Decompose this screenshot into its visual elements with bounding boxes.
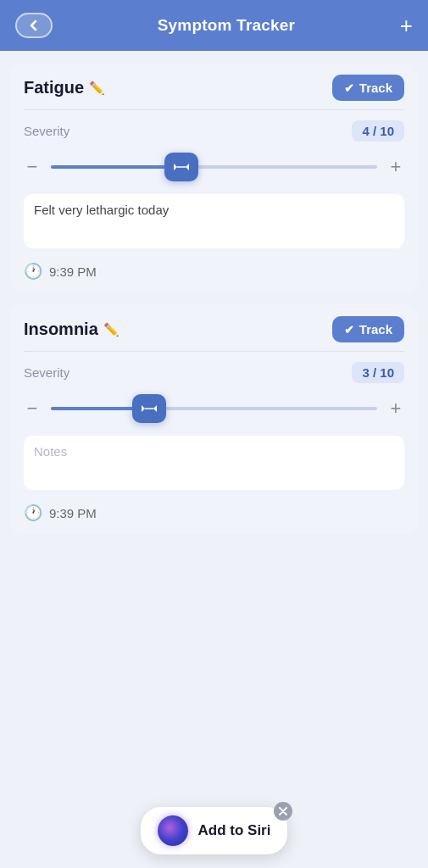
siri-close-button[interactable] (274, 802, 292, 821)
cards-container: Fatigue ✏️ ✔ Track Severity 4 / 10 − (0, 63, 428, 534)
severity-label-insomnia: Severity (24, 365, 69, 380)
siri-orb-icon (158, 815, 188, 846)
slider-container-insomnia[interactable] (51, 393, 377, 424)
slider-row-fatigue: − + (10, 145, 418, 191)
slider-plus-fatigue[interactable]: + (387, 156, 404, 178)
slider-container-fatigue[interactable] (51, 152, 377, 182)
notes-placeholder-insomnia: Notes (34, 444, 67, 459)
track-label-insomnia: Track (359, 322, 392, 337)
card-header-insomnia: Insomnia ✏️ ✔ Track (10, 304, 418, 351)
card-title-fatigue: Fatigue (24, 78, 84, 97)
siri-pill: Add to Siri (141, 807, 288, 854)
siri-label[interactable]: Add to Siri (198, 822, 271, 839)
time-row-fatigue: 🕐 9:39 PM (10, 257, 418, 292)
clock-icon-insomnia: 🕐 (24, 504, 42, 522)
notes-text-fatigue: Felt very lethargic today (34, 203, 169, 217)
time-row-insomnia: 🕐 9:39 PM (10, 498, 418, 534)
severity-value-insomnia: 3 / 10 (352, 362, 404, 383)
notes-area-fatigue[interactable]: Felt very lethargic today (24, 194, 404, 248)
card-insomnia: Insomnia ✏️ ✔ Track Severity 3 / 10 − (10, 304, 418, 534)
track-label-fatigue: Track (359, 81, 392, 95)
track-check-icon-fatigue: ✔ (344, 81, 354, 95)
track-button-fatigue[interactable]: ✔ Track (332, 75, 404, 101)
notes-area-insomnia[interactable]: Notes (24, 436, 404, 490)
slider-minus-fatigue[interactable]: − (24, 156, 41, 178)
severity-label-fatigue: Severity (24, 124, 69, 138)
card-title-row-insomnia: Insomnia ✏️ (24, 320, 120, 339)
slider-thumb-fatigue[interactable] (164, 153, 198, 181)
clock-icon-fatigue: 🕐 (24, 262, 42, 281)
time-text-fatigue: 9:39 PM (49, 264, 97, 279)
page-title: Symptom Tracker (158, 16, 295, 35)
slider-row-insomnia: − + (10, 387, 418, 432)
track-button-insomnia[interactable]: ✔ Track (332, 316, 404, 342)
slider-minus-insomnia[interactable]: − (24, 398, 41, 420)
severity-row-fatigue: Severity 4 / 10 (10, 110, 418, 145)
card-fatigue: Fatigue ✏️ ✔ Track Severity 4 / 10 − (10, 63, 418, 292)
card-title-insomnia: Insomnia (24, 320, 98, 339)
add-button[interactable]: + (400, 14, 413, 36)
slider-fill-fatigue (51, 165, 181, 169)
edit-icon-fatigue[interactable]: ✏️ (89, 81, 105, 96)
slider-thumb-insomnia[interactable] (132, 394, 166, 423)
card-header-fatigue: Fatigue ✏️ ✔ Track (10, 63, 418, 109)
edit-icon-insomnia[interactable]: ✏️ (103, 322, 120, 337)
slider-plus-insomnia[interactable]: + (387, 398, 404, 420)
time-text-insomnia: 9:39 PM (49, 506, 97, 520)
header: Symptom Tracker + (0, 0, 428, 51)
back-button[interactable] (15, 13, 53, 38)
track-check-icon-insomnia: ✔ (344, 323, 354, 337)
severity-row-insomnia: Severity 3 / 10 (10, 352, 418, 387)
severity-value-fatigue: 4 / 10 (352, 120, 404, 142)
siri-bar: Add to Siri (0, 798, 428, 868)
card-title-row-fatigue: Fatigue ✏️ (24, 78, 105, 97)
